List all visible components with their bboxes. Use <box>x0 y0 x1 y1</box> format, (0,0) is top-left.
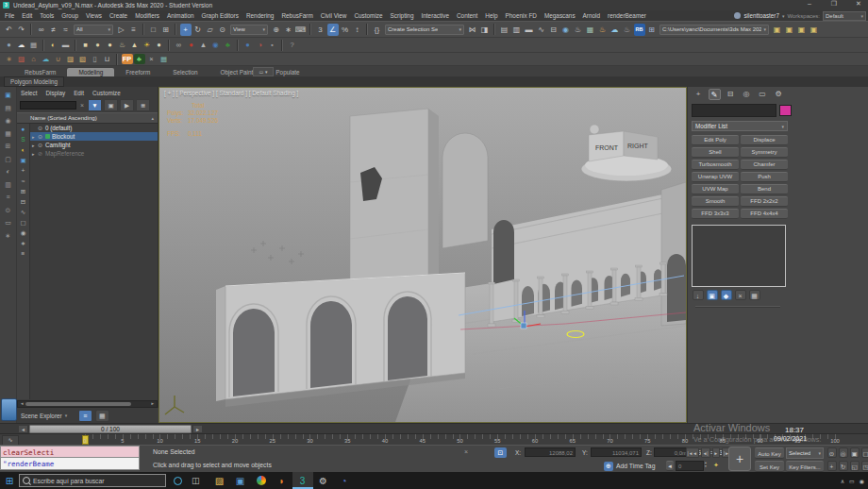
file-explorer-button[interactable]: ▨ <box>209 472 230 489</box>
spheres-pair-icon[interactable]: ◑ <box>255 40 266 50</box>
scene-explorer-row[interactable]: ▸⊙Cam/light <box>30 141 158 149</box>
rect-selection-region-icon[interactable]: □ <box>148 24 159 36</box>
taskbar-search-box[interactable]: Escribe aquí para buscar <box>19 474 166 487</box>
next-frame-arrow[interactable]: ► <box>192 425 203 433</box>
cup-icon[interactable]: ∪ <box>53 54 64 64</box>
photos-button[interactable]: ▣ <box>230 472 251 489</box>
menu-tools[interactable]: Tools <box>40 12 54 19</box>
modifier-button-shell[interactable]: Shell <box>692 147 739 158</box>
toggle-scene-explorer-icon[interactable]: ▤ <box>499 24 510 36</box>
render-setup-icon[interactable]: ♨ <box>573 24 584 36</box>
filter-funnel-icon[interactable]: ▼ <box>88 99 102 111</box>
sort-mode-icon[interactable]: ≡ <box>18 249 28 259</box>
maximize-button[interactable]: ❐ <box>828 0 840 8</box>
display-geometry-icon[interactable]: ● <box>18 125 28 134</box>
explorer-menu-edit[interactable]: Edit <box>74 90 84 96</box>
project-folder-dropdown[interactable]: C:\Users\yanc\Documents\3ds Max 2020▾ <box>659 25 769 35</box>
layers-icon[interactable]: ≣ <box>136 99 150 111</box>
firefox-button[interactable]: ◗ <box>272 472 292 489</box>
sphere-red-icon[interactable]: ● <box>186 40 197 50</box>
keyboard-override-icon[interactable]: ⌨ <box>295 24 307 36</box>
box-cream-icon[interactable]: ■ <box>80 40 92 50</box>
menu-edit[interactable]: Edit <box>22 12 32 19</box>
menu-content[interactable]: Content <box>457 12 477 19</box>
cloud-icon[interactable]: ☁ <box>16 40 27 50</box>
asset-open-icon[interactable]: ▣ <box>809 24 820 36</box>
browser-button[interactable]: ◔ <box>334 472 355 489</box>
half-sphere-icon[interactable]: ◐ <box>48 40 59 50</box>
fp-plugin-icon[interactable]: FP <box>122 54 133 64</box>
angle-snap-icon[interactable]: ∠ <box>327 24 339 36</box>
rebusfarm-render-icon[interactable]: RB <box>634 24 645 36</box>
listener-macro-line[interactable]: clearSelecti <box>0 446 140 458</box>
menu-renderbeamer[interactable]: renderBeamer <box>608 12 646 19</box>
modifier-button-smooth[interactable]: Smooth <box>692 196 739 207</box>
asset-library-icon[interactable]: ▣ <box>784 24 795 36</box>
modifier-button-push[interactable]: Push <box>741 172 788 182</box>
clear-search-icon[interactable]: × <box>78 102 86 109</box>
menu-help[interactable]: Help <box>485 12 497 19</box>
y-coordinate-field[interactable]: 11034,071 <box>591 447 642 457</box>
set-key-button[interactable]: Set Key <box>755 461 784 472</box>
key-selection-dropdown[interactable]: Selected ▾ <box>786 447 824 459</box>
window-crossing-icon[interactable]: ⊞ <box>160 24 172 36</box>
menu-animation[interactable]: Animation <box>167 12 193 19</box>
zoom-region-icon[interactable]: ▢ <box>861 447 868 458</box>
current-frame-field[interactable]: 0 <box>676 461 704 471</box>
user-account-area[interactable]: silenttoaster7 ▾ Workspaces: Default ▾ <box>734 10 866 21</box>
modifier-button-displace[interactable]: Displace <box>741 135 788 145</box>
rebusfarm-manager-icon[interactable]: ⊞ <box>646 24 658 36</box>
select-manipulate-icon[interactable]: ∗ <box>283 24 294 36</box>
visibility-eye-icon[interactable]: ⊙ <box>38 142 45 148</box>
snaps-toggle-icon[interactable]: 3 <box>315 24 326 36</box>
previous-frame-button[interactable]: ◄| <box>701 447 710 458</box>
make-unique-icon[interactable]: ◆ <box>721 290 732 300</box>
schematic-view-icon[interactable]: ⊟ <box>548 24 559 36</box>
explorer-horizontal-scrollbar[interactable]: ◄ ► <box>17 400 158 408</box>
modifier-stack-list[interactable] <box>692 225 786 287</box>
display-shapes-icon[interactable]: S <box>18 135 28 144</box>
select-link-icon[interactable]: ∞ <box>36 24 47 36</box>
menu-arnold[interactable]: Arnold <box>583 12 600 19</box>
toggle-layer-explorer-icon[interactable]: ▥ <box>511 24 523 36</box>
menu-civil-view[interactable]: Civil View <box>321 12 347 19</box>
scene-explorer-row[interactable]: ⊙0 (default) <box>30 124 158 132</box>
pan-icon[interactable]: + <box>827 461 837 471</box>
3dsmax-button[interactable]: 3 <box>292 472 313 489</box>
trash-icon[interactable]: ▯ <box>90 54 101 64</box>
menu-phoenix-fd[interactable]: Phoenix FD <box>506 12 537 19</box>
menu-scripting[interactable]: Scripting <box>391 12 414 19</box>
time-tag-icon[interactable]: ⊕ <box>604 462 613 471</box>
key-filters-button[interactable]: Key Filters... <box>786 461 824 472</box>
modifier-button-edit-poly[interactable]: Edit Poly <box>692 135 739 145</box>
hand-tool-icon[interactable]: ∗ <box>4 54 15 64</box>
side-toolbar-icon-12[interactable]: ∗ <box>2 230 14 242</box>
select-scale-icon[interactable]: ▱ <box>205 24 216 36</box>
reference-coordinate-dropdown[interactable]: View▾ <box>230 25 268 35</box>
percent-snap-icon[interactable]: % <box>340 24 351 36</box>
close-button[interactable]: ✕ <box>853 0 864 8</box>
menu-graph-editors[interactable]: Graph Editors <box>202 12 239 19</box>
side-toolbar-icon-4[interactable]: ▦ <box>2 128 14 140</box>
name-column-header[interactable]: Name (Sorted Ascending) ▴ <box>17 112 158 124</box>
sun-icon[interactable]: ☀ <box>142 40 153 50</box>
tree-icon[interactable]: ♣ <box>223 40 234 50</box>
side-toolbar-icon-10[interactable]: ⊙ <box>2 205 14 216</box>
frame-spinner[interactable]: ▴▾ <box>705 461 707 468</box>
help-icon[interactable]: ? <box>287 40 298 50</box>
menu-rebusfarm[interactable]: RebusFarm <box>281 12 312 19</box>
named-selection-dropdown[interactable]: Create Selection Se▾ <box>385 25 464 35</box>
visibility-eye-icon[interactable]: ⊙ <box>38 133 45 140</box>
spinner-snap-icon[interactable]: ↕ <box>352 24 363 36</box>
display-containers-icon[interactable]: ▢ <box>18 218 28 228</box>
viewport-3d-scene[interactable]: FRONT RIGHT <box>159 88 686 422</box>
forest-pack-icon[interactable]: ♣ <box>134 54 145 64</box>
create-tab-icon[interactable]: + <box>693 89 705 100</box>
play-button[interactable]: ► <box>712 447 721 458</box>
modify-tab-icon[interactable]: ✎ <box>709 89 721 100</box>
teapot-icon[interactable]: ♨ <box>117 40 128 50</box>
image-icon[interactable]: ▦ <box>28 40 40 50</box>
modifier-button-bend[interactable]: Bend <box>741 184 788 194</box>
object-name-field[interactable] <box>692 104 776 117</box>
undo-icon[interactable]: ↶ <box>4 24 15 36</box>
